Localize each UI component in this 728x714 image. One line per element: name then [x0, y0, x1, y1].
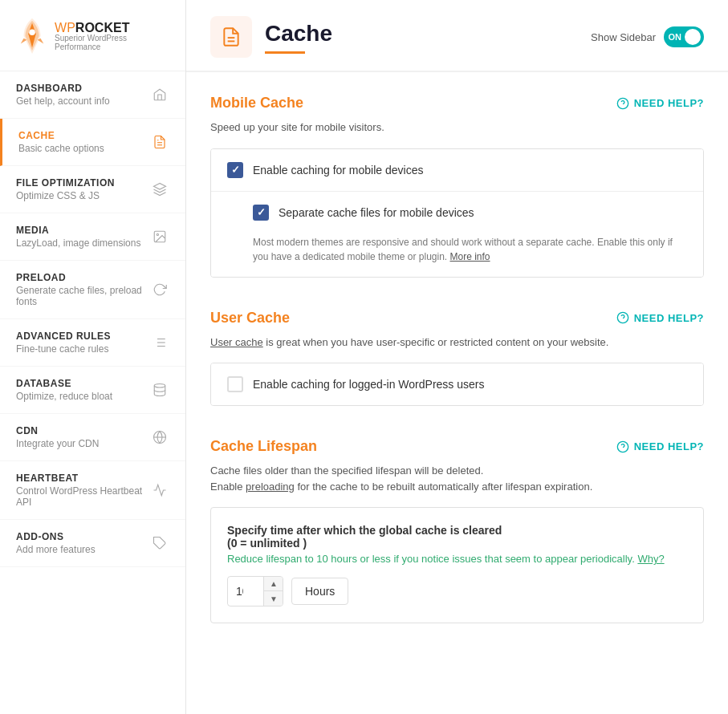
- toggle-knob: [685, 29, 701, 45]
- user-cache-need-help[interactable]: NEED HELP?: [616, 311, 704, 324]
- sidebar: WPROCKET Superior WordPress Performance …: [0, 0, 186, 714]
- page-title: Cache: [265, 21, 332, 47]
- logo-rocket-icon: [16, 16, 48, 56]
- enable-user-cache-label: Enable caching for logged-in WordPress u…: [253, 378, 484, 391]
- sidebar-item-cdn[interactable]: CDN Integrate your CDN: [0, 414, 185, 461]
- logo-wp: WP: [55, 21, 75, 34]
- more-info-link[interactable]: More info: [450, 251, 490, 262]
- decrement-button[interactable]: ▼: [264, 591, 283, 606]
- lifespan-box: Specify time after which the global cach…: [210, 507, 704, 623]
- cache-lifespan-need-help[interactable]: NEED HELP?: [616, 440, 704, 453]
- page-icon-box: [210, 16, 252, 58]
- sidebar-item-media[interactable]: MEDIA LazyLoad, image dimensions: [0, 213, 185, 261]
- help-icon: [616, 97, 629, 110]
- lifespan-number-input-wrapper: ▲ ▼: [227, 576, 283, 606]
- sidebar-item-database[interactable]: DATABASE Optimize, reduce bloat: [0, 367, 185, 414]
- increment-button[interactable]: ▲: [264, 577, 283, 591]
- lifespan-unit-label: Hours: [291, 578, 348, 605]
- number-controls: ▲ ▼: [263, 577, 283, 606]
- svg-marker-3: [154, 184, 166, 190]
- sidebar-item-advanced-rules[interactable]: ADVANCED RULES Fine-tune cache rules: [0, 319, 185, 367]
- logo-subtitle: Superior WordPress Performance: [55, 34, 169, 51]
- user-cache-description: User cache is great when you have user-s…: [210, 335, 704, 351]
- sidebar-toggle-area: Show Sidebar ON: [591, 26, 704, 47]
- sidebar-item-preload[interactable]: PRELOAD Generate cache files, preload fo…: [0, 261, 185, 319]
- separate-cache-row: Separate cache files for mobile devices …: [211, 191, 703, 277]
- separate-cache-label: Separate cache files for mobile devices: [279, 206, 474, 219]
- mobile-cache-title: Mobile Cache: [210, 95, 303, 112]
- globe-icon: [150, 428, 169, 447]
- lifespan-warning: Reduce lifespan to 10 hours or less if y…: [227, 553, 687, 565]
- logo-text: WPROCKET Superior WordPress Performance: [55, 21, 169, 51]
- help-icon-3: [616, 440, 629, 453]
- enable-user-cache-row: Enable caching for logged-in WordPress u…: [211, 363, 703, 405]
- sidebar-item-cache[interactable]: CACHE Basic cache options: [0, 119, 185, 166]
- cache-lifespan-description: Cache files older than the specified lif…: [210, 463, 704, 494]
- main-content: Cache Show Sidebar ON Mobile Cache NEED …: [186, 0, 728, 714]
- mobile-cache-description: Speed up your site for mobile visitors.: [210, 120, 704, 136]
- user-cache-option-box: Enable caching for logged-in WordPress u…: [210, 363, 704, 406]
- page-title-area: Cache: [210, 16, 332, 58]
- toggle-on-label: ON: [669, 32, 682, 42]
- logo-rocket-word: ROCKET: [75, 21, 130, 34]
- file-icon: [150, 132, 169, 152]
- user-cache-title: User Cache: [210, 310, 290, 327]
- help-icon-2: [616, 311, 629, 324]
- enable-mobile-cache-label: Enable caching for mobile devices: [253, 164, 423, 176]
- preloading-link[interactable]: preloading: [246, 481, 295, 493]
- user-cache-section-header: User Cache NEED HELP?: [210, 310, 704, 327]
- lifespan-title: Specify time after which the global cach…: [227, 524, 687, 550]
- mobile-cache-need-help[interactable]: NEED HELP?: [616, 97, 704, 110]
- separate-cache-main: Separate cache files for mobile devices: [253, 205, 474, 221]
- cache-lifespan-title: Cache Lifespan: [210, 438, 317, 455]
- lifespan-input-row: ▲ ▼ Hours: [227, 576, 687, 606]
- mobile-cache-option-box: Enable caching for mobile devices Separa…: [210, 148, 704, 278]
- cache-lifespan-section: Cache Lifespan NEED HELP? Cache files ol…: [210, 438, 704, 623]
- logo-area: WPROCKET Superior WordPress Performance: [0, 0, 185, 71]
- svg-point-0: [29, 29, 35, 35]
- sidebar-toggle-label: Show Sidebar: [591, 31, 656, 43]
- list-icon: [150, 333, 169, 352]
- sidebar-item-add-ons[interactable]: ADD-ONS Add more features: [0, 520, 185, 567]
- enable-mobile-cache-row: Enable caching for mobile devices: [211, 149, 703, 191]
- page-title-underline: [265, 51, 305, 54]
- refresh-icon: [150, 280, 169, 299]
- home-icon: [150, 85, 169, 104]
- sidebar-nav: DASHBOARD Get help, account info CACHE B…: [0, 71, 185, 567]
- heartbeat-icon: [150, 481, 169, 500]
- sidebar-toggle-switch[interactable]: ON: [664, 26, 704, 47]
- separate-cache-checkbox[interactable]: [253, 205, 269, 221]
- cache-page-icon: [221, 26, 242, 47]
- page-header: Cache Show Sidebar ON: [186, 0, 728, 72]
- cache-lifespan-section-header: Cache Lifespan NEED HELP?: [210, 438, 704, 455]
- layers-icon: [150, 180, 169, 199]
- mobile-cache-section: Mobile Cache NEED HELP? Speed up your si…: [210, 95, 704, 278]
- content-area: Mobile Cache NEED HELP? Speed up your si…: [186, 72, 728, 678]
- svg-point-5: [157, 233, 158, 235]
- database-icon: [150, 380, 169, 400]
- puzzle-icon: [150, 533, 169, 553]
- svg-point-12: [154, 384, 165, 388]
- lifespan-number-input[interactable]: [228, 578, 263, 604]
- enable-mobile-cache-checkbox[interactable]: [227, 162, 243, 178]
- enable-user-cache-checkbox[interactable]: [227, 376, 243, 392]
- sidebar-item-heartbeat[interactable]: HEARTBEAT Control WordPress Heartbeat AP…: [0, 461, 185, 520]
- separate-cache-hint: Most modern themes are responsive and sh…: [253, 235, 687, 264]
- user-cache-section: User Cache NEED HELP? User cache is grea…: [210, 310, 704, 407]
- mobile-cache-section-header: Mobile Cache NEED HELP?: [210, 95, 704, 112]
- image-icon: [150, 227, 169, 246]
- why-link[interactable]: Why?: [637, 553, 664, 565]
- user-cache-link[interactable]: User cache: [210, 336, 263, 348]
- sidebar-item-dashboard[interactable]: DASHBOARD Get help, account info: [0, 71, 185, 119]
- sidebar-item-file-optimization[interactable]: FILE OPTIMIZATION Optimize CSS & JS: [0, 166, 185, 213]
